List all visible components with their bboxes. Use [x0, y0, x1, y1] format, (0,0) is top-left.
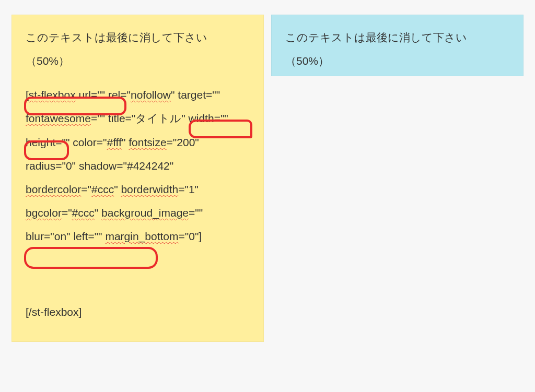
code-token: #ccc — [72, 207, 95, 219]
left-column-box: このテキストは最後に消して下さい（50%） [st-flexbox url=""… — [11, 15, 264, 342]
code-token: ="" — [91, 112, 108, 124]
code-token: title="タイトル" — [108, 112, 189, 124]
two-column-layout: このテキストは最後に消して下さい（50%） [st-flexbox url=""… — [11, 15, 524, 342]
code-token: backgroud_image — [101, 207, 189, 219]
left-header-text: このテキストは最後に消して下さい（50%） — [26, 26, 250, 73]
code-token: bgcolor — [26, 207, 62, 219]
code-token: =" — [62, 207, 72, 219]
page: このテキストは最後に消して下さい（50%） [st-flexbox url=""… — [0, 0, 535, 342]
highlight-ring — [24, 247, 158, 269]
code-token: ="0"] — [178, 230, 202, 242]
code-token: st-flexbox — [29, 89, 76, 101]
code-token: #fff — [107, 136, 121, 148]
code-token: " — [122, 136, 129, 148]
code-token: bordercolor — [26, 183, 81, 195]
code-token: " — [95, 207, 101, 219]
code-token: " — [114, 183, 121, 195]
shortcode-body: [st-flexbox url="" rel="nofollow" target… — [26, 83, 250, 248]
code-token: ="" — [189, 207, 203, 219]
code-token: rel=" — [108, 89, 131, 101]
code-token: url="" — [76, 89, 108, 101]
shortcode-closing: [/st-flexbox] — [26, 300, 250, 324]
code-token: margin_bottom — [105, 230, 178, 242]
code-token: blur="on" left="" — [26, 230, 105, 242]
code-token: " target="" — [171, 89, 220, 101]
code-token: fontawesome — [26, 112, 91, 124]
right-column-box: このテキストは最後に消して下さい（50%） — [271, 15, 524, 76]
code-token: ="1" — [178, 183, 199, 195]
code-token: borderwidth — [121, 183, 178, 195]
code-token: =" — [81, 183, 91, 195]
code-token: #ccc — [91, 183, 114, 195]
right-header-text: このテキストは最後に消して下さい（50%） — [285, 26, 509, 73]
code-token: nofollow — [131, 89, 171, 101]
code-token: fontsize — [129, 136, 166, 148]
